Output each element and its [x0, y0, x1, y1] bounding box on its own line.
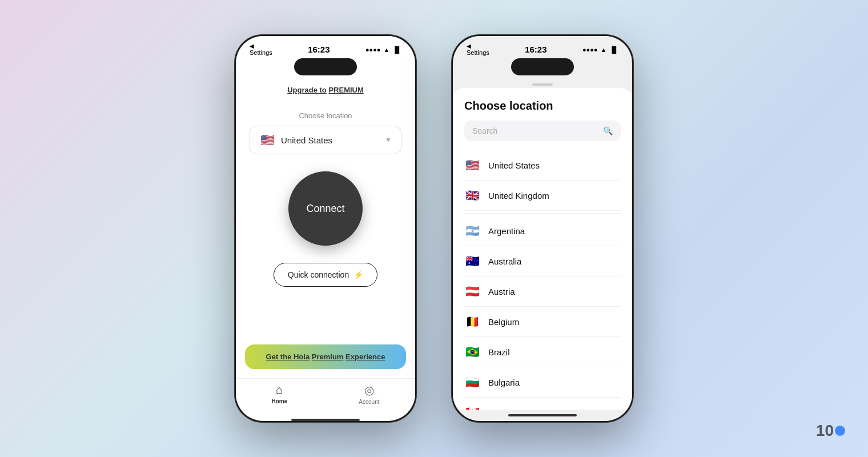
status-back-1: ◀ Settings	[250, 43, 272, 56]
flag-ar: 🇦🇷	[464, 223, 480, 239]
flag-au: 🇦🇺	[464, 253, 480, 269]
status-icons-2: ●●●● ▲ ▐▌	[582, 46, 618, 53]
watermark-dot	[835, 426, 845, 436]
upgrade-link[interactable]: PREMIUM	[328, 86, 363, 94]
country-name-at: Austria	[488, 287, 515, 296]
search-icon: 🔍	[603, 126, 613, 135]
account-icon: ◎	[364, 383, 374, 397]
signal-icon-1: ●●●●	[365, 46, 381, 53]
flag-uk: 🇬🇧	[464, 187, 480, 203]
back-arrow-1: ◀	[250, 43, 254, 49]
flag-br: 🇧🇷	[464, 344, 480, 360]
battery-icon-1: ▐▌	[392, 46, 401, 53]
lightning-icon: ⚡	[353, 270, 363, 279]
country-item-br[interactable]: 🇧🇷 Brazil	[464, 337, 621, 367]
nav-account[interactable]: ◎ Account	[359, 383, 379, 405]
quick-connection-label: Quick connection	[288, 270, 349, 279]
status-time-1: 16:23	[308, 45, 329, 54]
home-icon: ⌂	[276, 383, 283, 396]
country-name-ca: Canada	[488, 408, 519, 410]
dynamic-island-1	[294, 58, 357, 75]
watermark-text: 10	[816, 422, 834, 440]
sheet-content: Choose location Search 🔍 🇺🇸 United State…	[453, 88, 632, 410]
back-label-1: Settings	[250, 49, 272, 56]
bottom-nav: ⌂ Home ◎ Account	[236, 378, 415, 416]
search-bar[interactable]: Search 🔍	[464, 121, 621, 141]
battery-icon-2: ▐▌	[609, 46, 618, 53]
back-arrow-2: ◀	[467, 43, 471, 49]
upgrade-banner[interactable]: Upgrade to PREMIUM	[287, 86, 364, 94]
premium-banner[interactable]: Get the Hola Premium Experience	[245, 344, 406, 369]
wifi-icon-1: ▲	[384, 46, 390, 53]
flag-be: 🇧🇪	[464, 314, 480, 330]
sheet-handle	[453, 80, 632, 88]
status-bar-2: ◀ Settings 16:23 ●●●● ▲ ▐▌	[453, 36, 632, 58]
home-indicator-1	[291, 419, 360, 421]
handle-bar	[532, 83, 553, 86]
nav-home[interactable]: ⌂ Home	[272, 383, 288, 405]
country-item-ca[interactable]: 🇨🇦 Canada	[464, 398, 621, 410]
country-item-at[interactable]: 🇦🇹 Austria	[464, 276, 621, 307]
connect-button-label: Connect	[306, 203, 344, 215]
flag-ca: 🇨🇦	[464, 404, 480, 410]
back-label-2: Settings	[467, 49, 489, 56]
dynamic-island-2	[511, 58, 574, 75]
country-name-bg: Bulgaria	[488, 378, 520, 387]
phone2-content: Choose location Search 🔍 🇺🇸 United State…	[453, 80, 632, 421]
premium-link[interactable]: Premium	[312, 352, 344, 361]
country-item-uk[interactable]: 🇬🇧 United Kingdom	[464, 181, 621, 211]
country-item-bg[interactable]: 🇧🇬 Bulgaria	[464, 367, 621, 398]
status-time-2: 16:23	[525, 45, 546, 54]
signal-icon-2: ●●●●	[582, 46, 598, 53]
premium-text-start: Get the Hola	[266, 352, 310, 361]
selected-flag: 🇺🇸	[259, 132, 275, 148]
chevron-down-icon: ▼	[385, 136, 392, 144]
status-back-2: ◀ Settings	[467, 43, 489, 56]
country-name-br: Brazil	[488, 347, 510, 357]
status-bar-1: ◀ Settings 16:23 ●●●● ▲ ▐▌	[236, 36, 415, 58]
country-item-us[interactable]: 🇺🇸 United States	[464, 150, 621, 181]
country-name-be: Belgium	[488, 317, 519, 327]
watermark: 10	[816, 422, 845, 440]
choose-location-label: Choose location	[299, 111, 352, 120]
flag-us: 🇺🇸	[464, 157, 480, 173]
section-divider	[464, 213, 621, 214]
country-name-uk: United Kingdom	[488, 191, 549, 201]
country-name-au: Australia	[488, 256, 521, 266]
phones-container: ◀ Settings 16:23 ●●●● ▲ ▐▌ Upgrade to PR…	[234, 34, 634, 423]
phone-2: ◀ Settings 16:23 ●●●● ▲ ▐▌ Choose locat	[451, 34, 634, 423]
search-input[interactable]: Search	[472, 126, 598, 135]
phone1-content: Upgrade to PREMIUM Choose location 🇺🇸 Un…	[236, 80, 415, 344]
phone-1: ◀ Settings 16:23 ●●●● ▲ ▐▌ Upgrade to PR…	[234, 34, 417, 423]
country-name-us: United States	[488, 161, 540, 170]
selected-country-name: United States	[281, 135, 379, 145]
premium-text-end: Experience	[345, 352, 385, 361]
country-name-ar: Argentina	[488, 226, 525, 236]
home-label: Home	[272, 398, 288, 404]
country-list: 🇺🇸 United States 🇬🇧 United Kingdom 🇦🇷 Ar…	[464, 150, 621, 410]
connect-button[interactable]: Connect	[288, 171, 363, 246]
quick-connection-button[interactable]: Quick connection ⚡	[274, 263, 377, 287]
home-indicator-2	[508, 414, 577, 416]
flag-at: 🇦🇹	[464, 283, 480, 299]
status-icons-1: ●●●● ▲ ▐▌	[365, 46, 401, 53]
account-label: Account	[359, 399, 379, 405]
country-item-be[interactable]: 🇧🇪 Belgium	[464, 307, 621, 337]
country-item-ar[interactable]: 🇦🇷 Argentina	[464, 216, 621, 246]
country-item-au[interactable]: 🇦🇺 Australia	[464, 246, 621, 276]
upgrade-prefix: Upgrade to	[287, 86, 327, 94]
wifi-icon-2: ▲	[601, 46, 607, 53]
flag-bg: 🇧🇬	[464, 374, 480, 390]
location-selector[interactable]: 🇺🇸 United States ▼	[250, 126, 401, 154]
choose-location-title: Choose location	[464, 99, 621, 113]
